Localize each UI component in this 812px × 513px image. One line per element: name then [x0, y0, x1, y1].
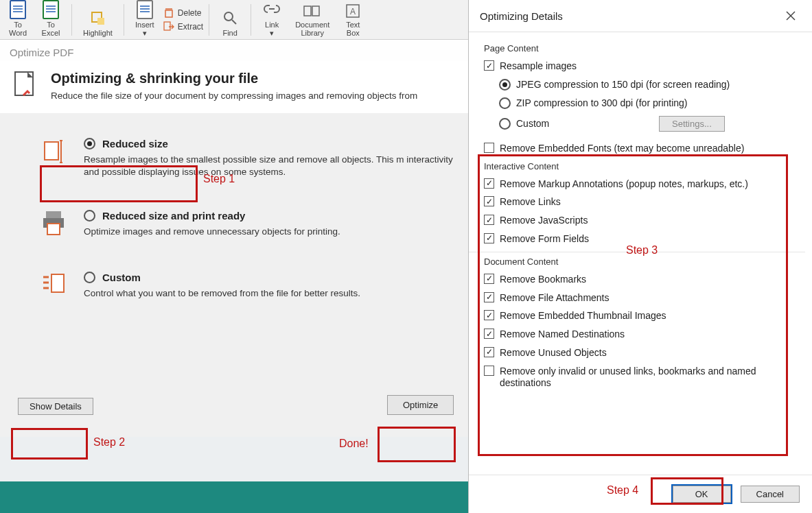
ribbon-delete-label: Delete: [178, 8, 202, 18]
ribbon-text-box[interactable]: A Text Box: [338, 1, 368, 38]
checkbox-icon: [484, 60, 494, 71]
custom-title: Custom: [102, 272, 141, 283]
insert-icon: [135, 0, 154, 19]
checkbox-icon: [484, 196, 494, 206]
svg-rect-22: [51, 274, 64, 292]
remove-unused-label: Remove Unused Objects: [500, 347, 805, 359]
checkbox-icon: [484, 366, 494, 376]
remove-markup-checkbox[interactable]: Remove Markup Annotations (popup notes, …: [484, 178, 805, 190]
section-page-content: Page Content: [484, 43, 805, 53]
reduced-size-title: Reduced size: [102, 138, 168, 150]
optimize-hero-icon: [14, 71, 37, 98]
ribbon-extract[interactable]: Extract: [163, 21, 203, 33]
textbox-icon: A: [343, 3, 362, 19]
remove-invalid-checkbox[interactable]: Remove only invalid or unused links, boo…: [484, 366, 805, 389]
ribbon-to-excel-label: To Excel: [42, 21, 60, 37]
remove-thumb-checkbox[interactable]: Remove Embedded Thumbnail Images: [484, 310, 805, 322]
ribbon-separator: [71, 4, 72, 36]
custom-compression-radio[interactable]: Custom Settings...: [499, 116, 805, 132]
ribbon-separator: [124, 4, 124, 36]
reduced-size-icon: [41, 138, 67, 168]
resample-label: Resample images: [500, 60, 805, 72]
ribbon-to-excel[interactable]: To Excel: [36, 1, 66, 38]
word-icon: [8, 0, 27, 19]
optimize-button[interactable]: Optimize: [387, 395, 454, 415]
svg-rect-1: [97, 18, 104, 25]
ribbon-insert-label: Insert▾: [135, 21, 154, 37]
svg-rect-7: [304, 6, 311, 16]
remove-form-checkbox[interactable]: Remove Form Fields: [484, 233, 805, 245]
remove-bookmarks-checkbox[interactable]: Remove Bookmarks: [484, 274, 805, 285]
remove-named-label: Remove Named Destinations: [500, 329, 805, 340]
ribbon-highlight[interactable]: Highlight: [78, 1, 118, 38]
custom-icon: [41, 272, 67, 302]
jpeg-compression-radio[interactable]: JPEG compression to 150 dpi (for screen …: [499, 79, 805, 91]
checkbox-icon: [484, 143, 494, 153]
svg-point-5: [224, 12, 233, 21]
ribbon-find-label: Find: [222, 29, 237, 37]
remove-form-label: Remove Form Fields: [500, 233, 805, 245]
reduced-size-radio[interactable]: [84, 138, 95, 150]
dialog-footer: OK Cancel: [469, 475, 812, 513]
link-icon: [262, 3, 281, 19]
annotation-step2-label: Step 2: [93, 436, 125, 449]
custom-radio[interactable]: [84, 272, 95, 283]
ribbon-delete-extract-stack: Delete Extract: [163, 1, 203, 38]
svg-rect-8: [312, 6, 319, 16]
ribbon-to-word[interactable]: To Word: [3, 1, 33, 38]
excel-icon: [41, 0, 60, 19]
ribbon-find[interactable]: Find: [215, 1, 245, 38]
svg-line-6: [232, 20, 236, 24]
close-button[interactable]: [780, 5, 801, 26]
ribbon-insert[interactable]: Insert▾: [130, 1, 160, 38]
checkbox-icon: [484, 347, 494, 357]
resample-images-checkbox[interactable]: Resample images: [484, 60, 805, 72]
remove-links-checkbox[interactable]: Remove Links: [484, 196, 805, 208]
remove-unused-checkbox[interactable]: Remove Unused Objects: [484, 347, 805, 359]
show-details-button[interactable]: Show Details: [18, 398, 93, 415]
optimizing-details-dialog: Optimizing Details Page Content Resample…: [468, 0, 812, 513]
ribbon-textbox-label: Text Box: [346, 21, 360, 37]
checkbox-icon: [484, 310, 494, 320]
ok-button[interactable]: OK: [673, 486, 731, 503]
settings-button[interactable]: Settings...: [659, 116, 725, 132]
svg-rect-4: [164, 22, 170, 30]
remove-markup-label: Remove Markup Annotations (popup notes, …: [500, 178, 805, 190]
library-icon: [303, 3, 322, 19]
ribbon-extract-label: Extract: [178, 22, 203, 32]
custom-desc: Control what you want to be removed from…: [84, 287, 468, 300]
remove-fonts-checkbox[interactable]: Remove Embedded Fonts (text may become u…: [484, 143, 805, 154]
remove-named-checkbox[interactable]: Remove Named Destinations: [484, 329, 805, 340]
print-ready-radio[interactable]: [84, 210, 95, 222]
cancel-button[interactable]: Cancel: [741, 486, 800, 503]
dialog-body: Page Content Resample images JPEG compre…: [469, 32, 812, 388]
section-document-content: Document Content: [484, 256, 805, 267]
zip-label: ZIP compression to 300 dpi (for printing…: [516, 97, 805, 109]
reduced-size-desc: Resample images to the smallest possible…: [84, 154, 468, 178]
separator: [469, 252, 805, 252]
remove-thumb-label: Remove Embedded Thumbnail Images: [500, 310, 805, 322]
ribbon-link-label: Link▾: [265, 21, 279, 37]
ribbon-document-library[interactable]: Document Library: [290, 1, 335, 38]
hero-desc: Reduce the file size of your document by…: [51, 91, 417, 101]
radio-icon: [499, 118, 511, 130]
footer-bar: [0, 481, 468, 513]
remove-attach-checkbox[interactable]: Remove File Attachments: [484, 292, 805, 304]
ribbon-link[interactable]: Link▾: [257, 1, 287, 38]
remove-attach-label: Remove File Attachments: [500, 292, 805, 304]
checkbox-icon: [484, 274, 494, 284]
ribbon-highlight-label: Highlight: [83, 29, 113, 37]
annotation-done-label: Done!: [339, 438, 369, 450]
remove-fonts-label: Remove Embedded Fonts (text may become u…: [500, 143, 805, 154]
section-interactive-content: Interactive Content: [484, 161, 805, 171]
jpeg-label: JPEG compression to 150 dpi (for screen …: [516, 79, 805, 91]
zip-compression-radio[interactable]: ZIP compression to 300 dpi (for printing…: [499, 97, 805, 109]
ribbon-separator: [251, 4, 251, 36]
remove-js-checkbox[interactable]: Remove JavaScripts: [484, 215, 805, 226]
close-icon: [786, 11, 796, 21]
checkbox-icon: [484, 215, 494, 225]
remove-links-label: Remove Links: [500, 196, 805, 208]
hero-title: Optimizing & shrinking your file: [51, 71, 417, 86]
remove-js-label: Remove JavaScripts: [500, 215, 805, 226]
ribbon-delete[interactable]: Delete: [163, 7, 203, 19]
